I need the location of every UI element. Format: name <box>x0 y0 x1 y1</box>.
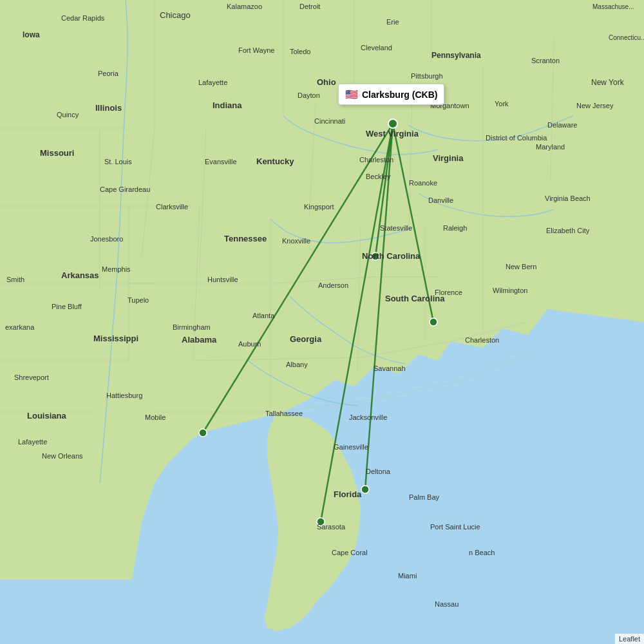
svg-text:North Carolina: North Carolina <box>362 251 421 261</box>
svg-text:Huntsville: Huntsville <box>207 276 238 283</box>
svg-text:District of Columbia: District of Columbia <box>486 134 547 142</box>
svg-text:Chicago: Chicago <box>160 10 191 20</box>
svg-text:Pine Bluff: Pine Bluff <box>52 303 82 310</box>
svg-text:Evansville: Evansville <box>205 158 237 166</box>
map-svg: Iowa Cedar Rapids Chicago Kalamazoo Detr… <box>0 0 644 644</box>
svg-text:Tennessee: Tennessee <box>224 234 267 243</box>
svg-text:Elizabeth City: Elizabeth City <box>546 227 590 234</box>
svg-text:Statesville: Statesville <box>380 224 412 232</box>
svg-text:Hattiesburg: Hattiesburg <box>106 392 142 399</box>
svg-text:Toledo: Toledo <box>290 48 310 55</box>
svg-text:Florida: Florida <box>334 489 362 499</box>
svg-text:Atlanta: Atlanta <box>252 312 275 319</box>
svg-text:Raleigh: Raleigh <box>443 224 467 232</box>
attribution-text: Leaflet <box>619 635 640 643</box>
svg-point-43 <box>199 429 207 437</box>
svg-text:Deltona: Deltona <box>366 468 391 475</box>
svg-text:New York: New York <box>591 78 625 87</box>
svg-text:Delaware: Delaware <box>547 121 577 129</box>
svg-text:New Bern: New Bern <box>506 263 536 270</box>
svg-text:Knoxville: Knoxville <box>282 237 310 245</box>
svg-text:Mississippi: Mississippi <box>93 334 138 343</box>
svg-point-45 <box>361 486 369 493</box>
svg-text:Virginia Beach: Virginia Beach <box>545 194 591 202</box>
svg-text:Savannah: Savannah <box>374 365 406 372</box>
svg-text:Connecticu...: Connecticu... <box>609 34 644 41</box>
svg-text:Quincy: Quincy <box>57 111 79 118</box>
svg-text:Pittsburgh: Pittsburgh <box>411 72 443 80</box>
svg-text:Massachuse...: Massachuse... <box>592 3 634 10</box>
svg-text:Maryland: Maryland <box>536 143 565 151</box>
svg-point-46 <box>388 119 397 128</box>
svg-text:Dayton: Dayton <box>298 91 320 99</box>
svg-text:Erie: Erie <box>386 18 399 26</box>
svg-text:Kentucky: Kentucky <box>256 156 294 166</box>
svg-text:n Beach: n Beach <box>469 549 495 556</box>
svg-text:Lafayette: Lafayette <box>198 79 227 86</box>
svg-text:Danville: Danville <box>428 196 453 204</box>
svg-text:Tupelo: Tupelo <box>128 296 149 304</box>
svg-text:Louisiana: Louisiana <box>27 411 66 421</box>
svg-text:Charleston: Charleston <box>465 336 499 344</box>
svg-text:Georgia: Georgia <box>290 334 322 344</box>
map-attribution[interactable]: Leaflet <box>615 634 644 644</box>
svg-text:Port Saint Lucie: Port Saint Lucie <box>430 523 480 531</box>
svg-text:Lafayette: Lafayette <box>18 438 47 446</box>
svg-text:Wilmington: Wilmington <box>493 287 527 294</box>
svg-text:Beckley: Beckley <box>366 173 391 180</box>
svg-text:exarkana: exarkana <box>5 323 35 331</box>
svg-text:West Virginia: West Virginia <box>366 129 419 138</box>
svg-text:Cleveland: Cleveland <box>361 44 392 52</box>
svg-text:Scranton: Scranton <box>531 57 560 64</box>
svg-text:York: York <box>495 100 509 108</box>
svg-text:Gainesville: Gainesville <box>334 443 368 451</box>
svg-text:Albany: Albany <box>286 361 308 368</box>
svg-text:Alabama: Alabama <box>182 335 217 345</box>
svg-text:Kalamazoo: Kalamazoo <box>227 3 262 10</box>
svg-text:New Orleans: New Orleans <box>42 452 83 460</box>
svg-text:Shreveport: Shreveport <box>14 374 49 381</box>
flag-icon: 🇺🇸 <box>345 88 358 100</box>
svg-text:Detroit: Detroit <box>299 3 320 10</box>
svg-text:Arkansas: Arkansas <box>61 270 99 280</box>
svg-text:Nassau: Nassau <box>435 600 459 608</box>
svg-text:Cape Girardeau: Cape Girardeau <box>100 185 150 193</box>
airport-tooltip: 🇺🇸 Clarksburg (CKB) <box>338 84 444 105</box>
svg-text:Anderson: Anderson <box>318 281 348 289</box>
svg-text:Sarasota: Sarasota <box>317 523 346 531</box>
svg-text:St. Louis: St. Louis <box>104 158 132 166</box>
svg-text:Roanoke: Roanoke <box>409 179 437 187</box>
svg-text:Fort Wayne: Fort Wayne <box>238 46 274 54</box>
map-container: Iowa Cedar Rapids Chicago Kalamazoo Detr… <box>0 0 644 644</box>
svg-text:Charleston: Charleston <box>359 156 393 164</box>
svg-text:Mobile: Mobile <box>145 413 166 421</box>
svg-text:Iowa: Iowa <box>23 30 40 39</box>
svg-text:South Carolina: South Carolina <box>385 294 445 303</box>
svg-text:Cincinnati: Cincinnati <box>314 117 345 125</box>
svg-text:Cape Coral: Cape Coral <box>332 549 368 556</box>
svg-text:Pennsylvania: Pennsylvania <box>431 51 481 60</box>
airport-label: Clarksburg (CKB) <box>362 90 437 100</box>
svg-text:Indiana: Indiana <box>213 100 242 110</box>
svg-text:Clarksville: Clarksville <box>156 203 188 211</box>
svg-text:Memphis: Memphis <box>102 265 131 273</box>
svg-point-42 <box>430 318 437 326</box>
svg-text:Virginia: Virginia <box>433 153 464 163</box>
svg-text:Palm Bay: Palm Bay <box>409 493 440 501</box>
svg-text:Illinois: Illinois <box>95 103 122 113</box>
svg-text:Cedar Rapids: Cedar Rapids <box>61 14 105 22</box>
svg-text:Auburn: Auburn <box>238 340 261 348</box>
svg-text:Tallahassee: Tallahassee <box>265 410 303 417</box>
svg-text:Ohio: Ohio <box>317 77 336 87</box>
svg-text:Miami: Miami <box>398 572 417 580</box>
svg-text:Smith: Smith <box>6 276 24 283</box>
svg-text:Birmingham: Birmingham <box>173 323 211 331</box>
svg-text:New Jersey: New Jersey <box>576 102 614 109</box>
svg-text:Kingsport: Kingsport <box>304 203 334 211</box>
svg-text:Missouri: Missouri <box>40 148 74 158</box>
svg-text:Jacksonville: Jacksonville <box>349 413 387 421</box>
svg-text:Jonesboro: Jonesboro <box>90 235 123 243</box>
svg-text:Peoria: Peoria <box>98 70 119 77</box>
